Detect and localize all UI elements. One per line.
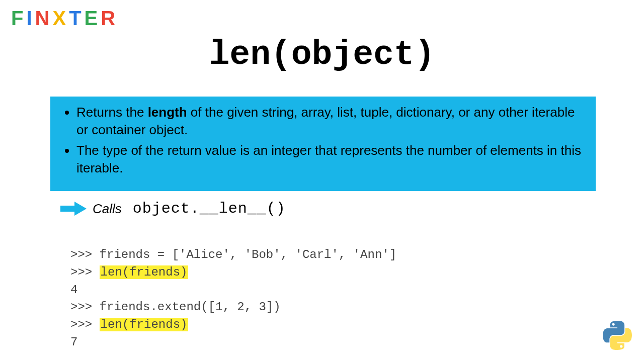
code-prompt: >>>: [70, 318, 100, 331]
python-logo-icon: [603, 321, 632, 352]
arrow-right-icon: [60, 202, 87, 216]
code-example: >>> friends = ['Alice', 'Bob', 'Carl', '…: [70, 246, 396, 351]
logo-letter: f: [11, 7, 26, 30]
logo-letter: x: [52, 7, 69, 30]
logo-letter: r: [101, 7, 118, 30]
code-highlight: len(friends): [100, 265, 189, 279]
info-box: Returns the length of the given string, …: [50, 97, 596, 191]
logo-letter: n: [35, 7, 53, 30]
info-bullet-2: The type of the return value is an integ…: [76, 142, 585, 177]
slide: finxter len(object) Returns the length o…: [0, 0, 644, 362]
code-highlight: len(friends): [100, 318, 189, 331]
calls-block: Calls object.__len__(): [60, 200, 286, 217]
slide-title: len(object): [0, 35, 644, 74]
code-output: 7: [70, 335, 77, 349]
info-bullet-1: Returns the length of the given string, …: [76, 104, 585, 139]
calls-expression: object.__len__(): [133, 200, 286, 217]
info-bullet-1-bold: length: [148, 105, 187, 120]
logo-letter: i: [26, 7, 35, 30]
code-line: >>> friends.extend([1, 2, 3]): [70, 300, 281, 314]
info-bullet-1-pre: Returns the: [76, 105, 148, 120]
code-output: 4: [70, 283, 77, 297]
logo-letter: t: [69, 7, 84, 30]
brand-logo: finxter: [11, 7, 118, 30]
svg-marker-0: [60, 202, 87, 216]
code-prompt: >>>: [70, 265, 100, 279]
logo-letter: e: [85, 7, 101, 30]
code-line: >>> friends = ['Alice', 'Bob', 'Carl', '…: [70, 248, 396, 261]
calls-label: Calls: [93, 201, 127, 217]
